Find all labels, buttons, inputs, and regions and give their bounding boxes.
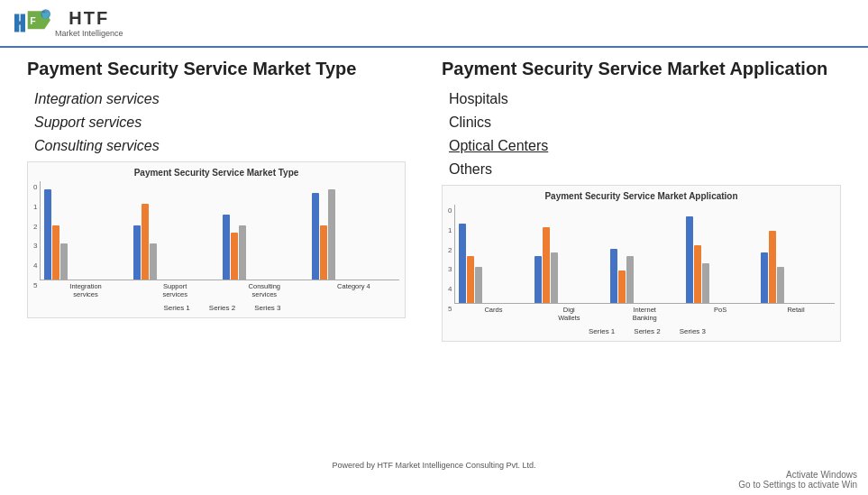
chart2-bars-area: Cards DigiWallets InternetBanking PoS Re… — [454, 205, 835, 324]
right-panel: Payment Security Service Market Applicat… — [442, 57, 841, 342]
svg-text:F: F — [30, 15, 36, 26]
chart2-g5-s3 — [777, 267, 784, 303]
chart1-bars-area: Integrationservices Supportservices Cons… — [40, 181, 399, 300]
chart1-g4-s3 — [328, 189, 335, 280]
chart2-legend-s2-box — [622, 328, 631, 335]
chart2-g3-s2 — [618, 270, 626, 303]
market-type-item-1: Integration services — [27, 91, 406, 107]
market-type-title: Payment Security Service Market Type — [27, 57, 406, 80]
logo-icon: F — [14, 7, 50, 39]
windows-activation-line2: Go to Settings to activate Win — [738, 480, 857, 490]
chart2-legend-s2-label: Series 2 — [634, 327, 660, 335]
chart2-xlabel-4: PoS — [685, 306, 755, 322]
windows-activation: Activate Windows Go to Settings to activ… — [738, 470, 857, 490]
chart1-legend-s1-box — [151, 305, 160, 312]
chart2-g4-s1 — [686, 216, 693, 303]
app-item-4: Others — [442, 161, 841, 178]
main-content: Payment Security Service Market Type Int… — [0, 48, 868, 351]
left-panel: Payment Security Service Market Type Int… — [27, 57, 406, 342]
logo: F HTF Market Intelligence — [14, 7, 123, 39]
chart2-y-axis: 5 4 3 2 1 0 — [448, 205, 452, 313]
header: F HTF Market Intelligence — [0, 0, 868, 48]
chart1-group1 — [44, 189, 128, 280]
market-app-title: Payment Security Service Market Applicat… — [442, 57, 841, 80]
chart2-g3-s3 — [626, 256, 634, 303]
chart1-g2-s3 — [150, 243, 157, 280]
chart2-container: Payment Security Service Market Applicat… — [442, 185, 841, 342]
chart1-legend-s3-box — [242, 305, 251, 312]
chart1-g3-s2 — [231, 233, 238, 280]
chart1-legend: Series 1 Series 2 Series 3 — [33, 304, 399, 312]
chart1-g4-s1 — [312, 193, 319, 280]
chart1-g3-s1 — [223, 215, 230, 280]
chart1-legend-s2: Series 2 — [197, 304, 235, 312]
chart2-legend-s1: Series 1 — [577, 327, 615, 335]
chart1-container: Payment Security Service Market Type 5 4… — [27, 161, 406, 318]
windows-activation-line1: Activate Windows — [738, 470, 857, 480]
logo-subtitle: Market Intelligence — [55, 29, 123, 38]
chart2-g3-s1 — [610, 249, 617, 303]
chart1-g1-s2 — [52, 225, 59, 280]
chart1-xlabel-4: Category 4 — [312, 282, 396, 298]
chart2-xlabel-1: Cards — [458, 306, 528, 322]
chart1-bars — [40, 181, 399, 280]
chart2-xlabel-5: Retail — [761, 306, 831, 322]
chart2-xlabel-2: DigiWallets — [534, 306, 604, 322]
chart2-legend-s3-box — [668, 328, 677, 335]
chart1-group4 — [312, 189, 396, 280]
chart1-g1-s1 — [44, 189, 51, 280]
chart2-g5-s1 — [761, 252, 768, 303]
app-item-1: Hospitals — [442, 91, 841, 107]
logo-brand: HTF — [69, 8, 109, 29]
chart2-title: Payment Security Service Market Applicat… — [448, 191, 835, 201]
chart2-legend-s3-label: Series 3 — [680, 327, 706, 335]
chart1-legend-s3: Series 3 — [242, 304, 280, 312]
app-item-3: Optical Centers — [442, 138, 841, 154]
chart2-legend-s3: Series 3 — [668, 327, 706, 335]
chart1-legend-s3-label: Series 3 — [254, 304, 280, 312]
chart2-group1 — [459, 224, 529, 303]
app-item-2: Clinics — [442, 115, 841, 131]
chart2-xlabel-3: InternetBanking — [609, 306, 680, 322]
chart2-g2-s2 — [543, 227, 550, 303]
market-type-item-3: Consulting services — [27, 138, 406, 154]
chart2-group4 — [686, 216, 756, 303]
chart1-g2-s1 — [133, 225, 141, 280]
chart2-x-labels: Cards DigiWallets InternetBanking PoS Re… — [454, 304, 835, 324]
chart1-group3 — [223, 215, 306, 280]
chart2-g2-s1 — [535, 256, 542, 303]
chart2-group5 — [761, 231, 831, 303]
chart2-g2-s3 — [551, 252, 558, 303]
svg-rect-2 — [17, 22, 25, 25]
market-type-item-2: Support services — [27, 115, 406, 131]
chart1-legend-s2-box — [197, 305, 206, 312]
chart2-g5-s2 — [769, 231, 776, 303]
footer: Powered by HTF Market Intelligence Consu… — [0, 461, 868, 470]
chart2-g1-s2 — [467, 256, 474, 303]
chart1-xlabel-2: Supportservices — [133, 282, 217, 298]
chart1-legend-s1-label: Series 1 — [163, 304, 189, 312]
chart2-legend-s2: Series 2 — [622, 327, 660, 335]
chart1-legend-s1: Series 1 — [151, 304, 189, 312]
chart2-g4-s2 — [694, 245, 701, 303]
chart2-group3 — [610, 249, 681, 303]
chart1-g2-s2 — [142, 204, 149, 280]
chart2-bars — [454, 205, 835, 304]
logo-text-container: HTF Market Intelligence — [55, 8, 123, 38]
chart1-title: Payment Security Service Market Type — [33, 168, 399, 178]
chart2-legend-s1-label: Series 1 — [589, 327, 615, 335]
chart1-g4-s2 — [320, 225, 327, 280]
chart2-g4-s3 — [702, 263, 709, 303]
footer-text: Powered by HTF Market Intelligence Consu… — [332, 461, 535, 470]
chart2-group2 — [535, 227, 605, 303]
chart2-g1-s3 — [475, 267, 482, 303]
chart1-body: 5 4 3 2 1 0 — [33, 181, 399, 300]
chart1-g1-s3 — [60, 243, 68, 280]
chart2-g1-s1 — [459, 224, 466, 303]
chart1-legend-s2-label: Series 2 — [209, 304, 235, 312]
chart1-xlabel-1: Integrationservices — [43, 282, 127, 298]
chart2-legend: Series 1 Series 2 Series 3 — [448, 327, 835, 335]
chart1-xlabel-3: Consultingservices — [223, 282, 306, 298]
chart1-y-axis: 5 4 3 2 1 0 — [33, 181, 37, 289]
chart2-legend-s1-box — [577, 328, 586, 335]
